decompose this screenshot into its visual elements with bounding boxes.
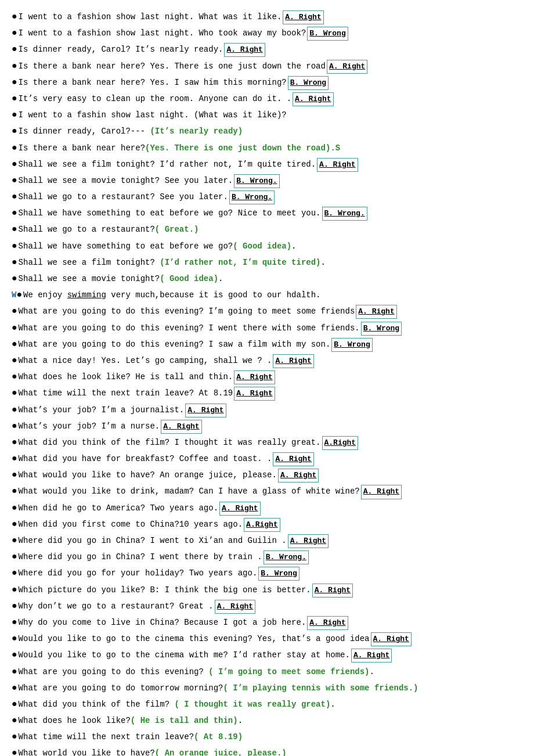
list-item: ●Shall we see a film tonight? (I’d rathe… [12,255,522,271]
text-content: What’s your job? I’m a nurse.A. Right [19,420,202,434]
answer-badge: B. Wrong [331,338,372,352]
answer-badge: B. Wrong. [234,174,279,188]
list-item: ●I went to a fashion show last night. Wh… [12,26,522,41]
bullet: ● [12,255,17,271]
answer-text: ( I’m playing tennis with some friends.) [223,683,418,693]
list-item: ●Shall we have something to eat before w… [12,239,522,254]
answer-badge: A. Right [351,649,392,663]
list-item: ●What a nice day! Yes. Let’s go camping,… [12,353,522,369]
bullet: ● [12,141,17,156]
text-content: What time will the next train leave? At … [19,387,275,401]
list-item: ●Why don’t we go to a restaurant? Great … [12,599,522,614]
list-item: ●Shall we go to a restaurant? See you la… [12,189,522,205]
bullet: ● [12,91,17,107]
bullet: ● [12,353,17,369]
list-item: ●Shall we see a movie tonight?( Good ide… [12,271,522,287]
text-content: Shall we see a film tonight? (I’d rather… [19,256,326,270]
bullet: ● [12,124,17,139]
list-item: ●Would you like to go to the cinema this… [12,631,522,647]
answer-text: ( Good idea) [233,242,291,251]
bullet: ● [12,746,17,756]
bullet: ● [12,713,17,729]
text-content: What does he look like?( He is tall and … [19,714,243,728]
text-content: What are you going to do this evening? (… [19,665,374,679]
text-content: Why do you come to live in China? Becaus… [19,616,348,630]
list-item: ●What does he look like?( He is tall and… [12,713,522,729]
answer-badge: A. Right [293,92,333,106]
bullet: ● [12,533,17,549]
text-content: Where did you go in China? I went to Xi’… [19,534,329,548]
bullet: ● [12,369,17,385]
list-item: ●Where did you go for your holiday? Two … [12,566,522,581]
text-content: When did he go to America? Two years ago… [19,502,261,516]
text-content: What are you going to do this evening? I… [19,338,373,352]
answer-badge: A. Right [356,305,396,319]
list-item: ●It’s very easy to clean up the room. An… [12,91,522,107]
answer-text: ( I thought it was really great) [174,700,330,709]
bullet: ● [12,615,17,631]
text-content: Is there a bank near here? Yes. There is… [19,60,368,74]
text-content: Shall we go to a restaurant?( Great.) [19,223,199,237]
bullet: ● [12,321,17,336]
text-content: What did you have for breakfast? Coffee … [19,452,314,466]
list-item: ●What world you like to have?( An orange… [12,746,522,756]
answer-badge: A. Right [273,452,313,466]
list-item: ●Is there a bank near here? Yes. There i… [12,59,522,74]
bullet: ● [12,337,17,352]
list-item: ●Which picture do you like? B: I think t… [12,582,522,598]
text-content: What are you going to do this evening? I… [19,322,402,336]
answer-text: ( I’m going to meet some friends) [208,667,369,676]
text-content: What time will the next train leave?( At… [19,730,243,744]
list-item: ●Is dinner ready, Carol? It’s nearly rea… [12,42,522,57]
answer-badge: B. Wrong [307,27,348,41]
bullet: ● [12,729,17,745]
answer-badge: A. Right [234,370,275,384]
list-item: ●Where did you go in China? I went there… [12,549,522,565]
bullet: ● [12,501,17,516]
bullet: ● [12,517,17,532]
text-content: Why don’t we go to a restaurant? Great .… [19,600,255,614]
list-item: ●What are you going to do this evening? … [12,337,522,352]
bullet: ● [12,566,17,581]
bullet: ● [12,206,17,221]
text-content: Is there a bank near here? Yes. I saw hi… [19,76,329,90]
text-content: When did you first come to China?10 year… [19,518,280,532]
list-item: ●What would you like to have? An orange … [12,467,522,483]
list-item: ●Shall we see a movie tonight? See you l… [12,173,522,189]
list-item: ●Shall we see a film tonight? I’d rather… [12,157,522,172]
text-content: Shall we have something to eat before we… [19,240,297,254]
list-item: ●What did you think of the film? ( I tho… [12,697,522,712]
list-item: ●What’s your job? I’m a journalist.A. Ri… [12,402,522,418]
text-content: It’s very easy to clean up the room. Any… [19,92,334,106]
text-content: What did you think of the film? I though… [19,436,359,450]
bullet: ● [12,222,17,237]
list-item: ●Is there a bank near here? Yes. I saw h… [12,75,522,91]
bullet: W [12,289,16,303]
text-content: Shall we see a movie tonight? See you la… [19,174,280,188]
bullet: ● [12,386,17,401]
answer-text: ( Good idea) [160,274,218,283]
bullet: ● [12,467,17,483]
answer-badge: A. Right [224,43,265,57]
answer-badge: A.Right [322,436,359,450]
bullet: ● [16,287,22,303]
list-item: ●What’s your job? I’m a nurse.A. Right [12,419,522,434]
text-content: Shall we see a film tonight? I’d rather … [19,158,358,172]
text-content: Which picture do you like? B: I think th… [19,584,353,597]
list-item: ●What did you have for breakfast? Coffee… [12,451,522,467]
answer-text: ( At 8.19) [194,732,243,741]
answer-badge: B. Wrong. [264,550,309,564]
answer-badge: B. Wrong. [229,190,275,204]
bullet: ● [12,419,17,434]
text-content: Is there a bank near here?(Yes. There is… [19,142,341,156]
list-item: ●What are you going to do this evening? … [12,664,522,680]
text-content: Is dinner ready, Carol?--- (It’s nearly … [19,125,243,139]
bullet: ● [12,107,17,123]
bullet: ● [12,239,17,254]
bullet: ● [12,59,17,74]
text-content: What world you like to have?( An orange … [19,747,287,756]
text-content: What are you going to do this evening? I… [19,305,397,319]
bullet: ● [12,664,17,680]
main-content: ●I went to a fashion show last night. Wh… [12,9,522,756]
bullet: ● [12,402,17,418]
